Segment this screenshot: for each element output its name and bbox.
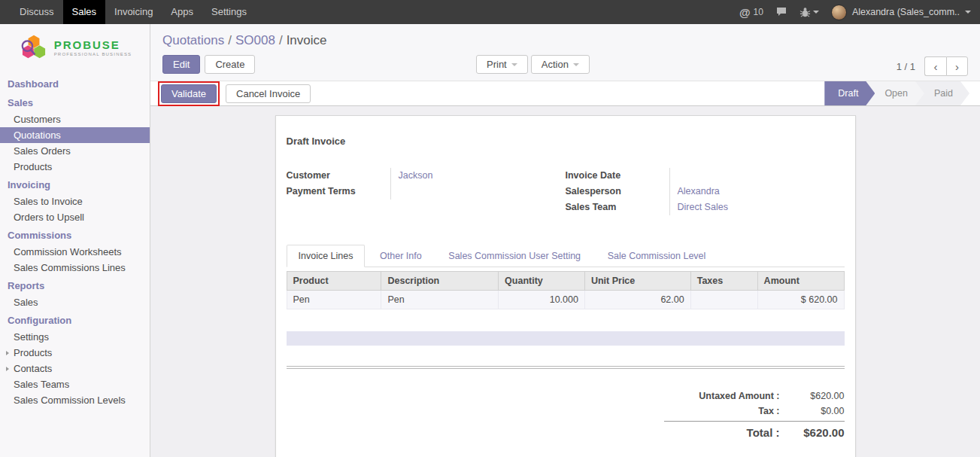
main-area: Quotations/SO008/Invoice Edit Create Pri… (150, 24, 980, 457)
totals-block: Untaxed Amount : $620.00 Tax : $0.00 Tot… (664, 388, 845, 441)
probuse-logo-icon (18, 33, 50, 62)
cell-unit-price: 62.00 (584, 291, 690, 309)
pager-value: 1 / 1 (897, 61, 915, 72)
probuse-logo[interactable]: PROBUSE PROFESSIONAL BUSINESS (0, 24, 150, 74)
sidebar-item-customers[interactable]: Customers (0, 111, 150, 127)
status-pill-draft[interactable]: Draft (824, 81, 875, 105)
column-header-unit-price[interactable]: Unit Price (584, 272, 690, 291)
sidebar-item-label: Customers (14, 114, 61, 125)
invoice-date-label: Invoice Date (566, 168, 669, 184)
sidebar-item-label: Contacts (14, 363, 52, 374)
at-icon: @ (739, 6, 751, 19)
mentions-counter[interactable]: @ 10 (739, 6, 763, 19)
sidebar-item-orders-to-upsell[interactable]: Orders to Upsell (0, 209, 150, 225)
sidebar-item-label: Sales Orders (14, 145, 71, 157)
column-header-amount[interactable]: Amount (757, 272, 844, 291)
control-panel-buttons: Edit Create Print Action 1 / 1 ‹ › (150, 50, 980, 81)
sales-team-value[interactable]: Direct Sales (669, 200, 845, 215)
sidebar-item-settings[interactable]: Settings (0, 329, 150, 345)
edit-button[interactable]: Edit (162, 55, 200, 74)
sidebar-section-reports[interactable]: Reports (0, 276, 150, 294)
sidebar-section-sales[interactable]: Sales (0, 93, 150, 111)
tab-invoice-lines[interactable]: Invoice Lines (287, 245, 366, 267)
sidebar-item-label: Quotations (14, 129, 61, 141)
sidebar-section-configuration[interactable]: Configuration (0, 310, 150, 329)
sidebar-item-sales-to-invoice[interactable]: Sales to Invoice (0, 193, 150, 209)
pager: 1 / 1 ‹ › (897, 56, 968, 76)
pager-previous-button[interactable]: ‹ (924, 56, 946, 76)
sidebar-item-sales-commission-levels[interactable]: Sales Commission Levels (0, 392, 150, 408)
annotation-highlight-box: Validate (158, 81, 220, 106)
sidebar-item-products[interactable]: Products (0, 159, 150, 175)
tab-sale-commission-level[interactable]: Sale Commission Level (596, 245, 718, 267)
sidebar-item-sales-report[interactable]: Sales (0, 294, 150, 310)
invoice-line-row[interactable]: Pen Pen 10.000 62.00 $ 620.00 (287, 291, 844, 309)
menu-settings[interactable]: Settings (202, 0, 256, 24)
sidebar: PROBUSE PROFESSIONAL BUSINESS Dashboard … (0, 24, 150, 457)
create-button[interactable]: Create (205, 55, 255, 74)
print-dropdown[interactable]: Print (476, 55, 528, 74)
status-pills: Draft Open Paid (824, 81, 980, 105)
invoice-lines-table: Product Description Quantity Unit Price … (287, 271, 845, 309)
form-view-container: Draft Invoice Customer Jackson Payment T… (150, 106, 980, 457)
sidebar-item-commission-worksheets[interactable]: Commission Worksheets (0, 244, 150, 260)
statusbar: Validate Cancel Invoice Draft Open Paid (150, 81, 980, 106)
separator-line (287, 366, 845, 369)
invoice-form-sheet: Draft Invoice Customer Jackson Payment T… (275, 115, 856, 457)
sidebar-item-label: Commission Worksheets (14, 246, 122, 257)
cell-taxes (690, 291, 757, 309)
breadcrumb: Quotations/SO008/Invoice (150, 24, 980, 50)
payment-terms-value (390, 184, 566, 200)
invoice-date-value (669, 168, 845, 184)
sidebar-item-label: Sales Teams (14, 379, 69, 390)
page-body: PROBUSE PROFESSIONAL BUSINESS Dashboard … (0, 24, 980, 457)
print-label: Print (487, 59, 507, 70)
breadcrumb-quotations[interactable]: Quotations (162, 33, 224, 47)
cancel-invoice-button[interactable]: Cancel Invoice (226, 84, 311, 103)
caret-down-icon (965, 11, 971, 14)
action-dropdown[interactable]: Action (531, 55, 590, 74)
column-header-quantity[interactable]: Quantity (499, 272, 585, 291)
tab-bar: Invoice Lines Other Info Sales Commissio… (287, 244, 845, 267)
breadcrumb-separator: / (224, 33, 235, 47)
sidebar-section-dashboard[interactable]: Dashboard (0, 74, 150, 93)
cell-description: Pen (381, 291, 499, 309)
user-menu[interactable]: Alexandra (Sales_comm.. (831, 5, 971, 20)
cell-quantity: 10.000 (499, 291, 585, 309)
sidebar-item-sales-teams[interactable]: Sales Teams (0, 376, 150, 392)
sidebar-item-config-products[interactable]: Products (0, 345, 150, 361)
menu-invoicing[interactable]: Invoicing (105, 0, 162, 24)
sidebar-item-label: Sales Commission Levels (14, 395, 126, 406)
total-value: $620.00 (790, 426, 845, 439)
breadcrumb-so008[interactable]: SO008 (235, 33, 275, 47)
messages-icon[interactable] (775, 6, 787, 18)
field-group: Customer Jackson Payment Terms Invoice D… (287, 168, 845, 215)
caret-right-icon (6, 367, 9, 371)
caret-down-icon (573, 63, 579, 66)
tab-other-info[interactable]: Other Info (368, 245, 434, 267)
sidebar-section-invoicing[interactable]: Invoicing (0, 175, 150, 193)
untaxed-amount-value: $620.00 (790, 391, 845, 401)
sidebar-item-label: Products (14, 347, 52, 358)
customer-value[interactable]: Jackson (390, 168, 566, 184)
menu-discuss[interactable]: Discuss (11, 0, 63, 24)
menu-apps[interactable]: Apps (162, 0, 202, 24)
sidebar-item-config-contacts[interactable]: Contacts (0, 361, 150, 376)
sidebar-item-label: Settings (14, 331, 49, 343)
sidebar-item-sales-commissions-lines[interactable]: Sales Commissions Lines (0, 260, 150, 276)
tab-sales-commission-user-setting[interactable]: Sales Commission User Setting (436, 245, 593, 267)
sidebar-item-sales-orders[interactable]: Sales Orders (0, 143, 150, 159)
debug-menu[interactable] (799, 7, 819, 18)
column-header-description[interactable]: Description (381, 272, 499, 291)
sidebar-item-label: Sales Commissions Lines (14, 262, 126, 273)
salesperson-value[interactable]: Alexandra (669, 184, 845, 200)
customer-label: Customer (287, 168, 390, 184)
validate-button[interactable]: Validate (161, 84, 217, 103)
pager-next-button[interactable]: › (946, 56, 968, 76)
menu-sales[interactable]: Sales (63, 0, 106, 24)
sidebar-item-quotations[interactable]: Quotations (0, 127, 150, 143)
sidebar-section-commissions[interactable]: Commissions (0, 225, 150, 244)
column-header-product[interactable]: Product (287, 272, 381, 291)
caret-down-icon (813, 11, 819, 14)
column-header-taxes[interactable]: Taxes (690, 272, 757, 291)
